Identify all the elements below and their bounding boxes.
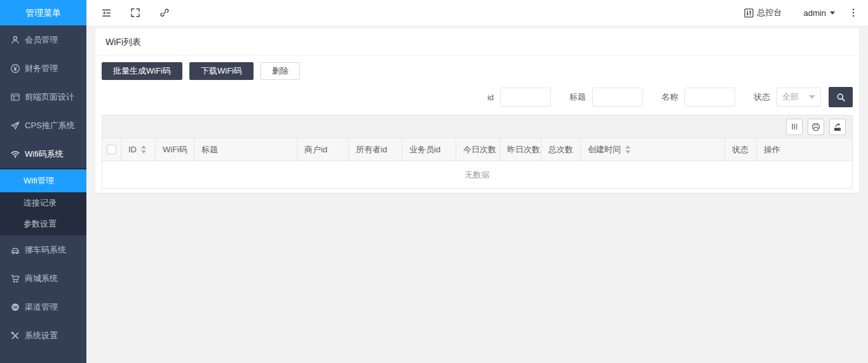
- filter-columns-button[interactable]: [786, 119, 803, 135]
- chevron-down-icon: [830, 11, 835, 15]
- wifi-submenu: Wifi管理 连接记录 参数设置: [0, 168, 86, 235]
- column-label: 操作: [764, 144, 780, 155]
- sidebar-item-cps[interactable]: CPS推广系统: [0, 111, 86, 140]
- user-dropdown[interactable]: admin: [804, 8, 835, 18]
- main-content: WiFi列表 批量生成WiFi码 下载WiFi码 删除 id 标题 名称 状态 …: [86, 25, 868, 363]
- column-label: 标题: [201, 144, 218, 155]
- filter-name-label: 名称: [661, 91, 678, 103]
- data-table: ID WiFi码 标题 商户id 所有者id: [102, 115, 853, 189]
- sidebar-menu: 会员管理 财务管理 前端页面设计 CPS推广系统: [0, 25, 86, 350]
- sidebar-title: 管理菜单: [0, 0, 86, 25]
- column-header-wifi-code: WiFi码: [156, 138, 194, 161]
- wifi-icon: [10, 149, 20, 159]
- sort-icon[interactable]: [141, 145, 146, 154]
- sidebar-item-label: 商城系统: [25, 273, 58, 284]
- sidebar-subitem-connection-log[interactable]: 连接记录: [0, 192, 86, 213]
- status-select-value: 全部: [782, 91, 799, 103]
- sidebar-item-mall[interactable]: 商城系统: [0, 264, 86, 293]
- sidebar-item-label: 前端页面设计: [25, 91, 74, 103]
- sidebar-item-member[interactable]: 会员管理: [0, 25, 86, 54]
- sidebar-subitem-parameter-settings[interactable]: 参数设置: [0, 213, 86, 234]
- status-select[interactable]: 全部: [776, 88, 821, 107]
- sidebar-item-channel[interactable]: 渠道管理: [0, 293, 86, 321]
- sidebar-subitem-label: 参数设置: [24, 218, 57, 230]
- page-title: WiFi列表: [95, 29, 859, 56]
- paper-plane-icon: [10, 121, 20, 131]
- cart-icon: [10, 274, 20, 284]
- column-label: 今日次数: [463, 144, 496, 155]
- column-header-today-count: 今日次数: [456, 138, 500, 161]
- sidebar-item-label: 挪车码系统: [25, 244, 66, 256]
- column-header-id: ID: [121, 138, 156, 161]
- filter-name-input[interactable]: [684, 88, 735, 107]
- export-icon: [833, 122, 842, 131]
- delete-button[interactable]: 删除: [261, 62, 300, 80]
- no-data-text: 无数据: [102, 161, 852, 188]
- column-label: 业务员id: [409, 144, 440, 155]
- column-label: 昨日次数: [507, 144, 540, 155]
- table-toolbar: [102, 116, 852, 138]
- column-label: 总次数: [548, 144, 573, 155]
- download-button[interactable]: 下载WiFi码: [189, 62, 254, 80]
- column-header-yesterday-count: 昨日次数: [500, 138, 541, 161]
- user-icon: [10, 35, 20, 45]
- sidebar-item-wifi-system[interactable]: Wifi码系统: [0, 140, 86, 168]
- more-menu-icon[interactable]: [849, 8, 858, 18]
- batch-generate-button[interactable]: 批量生成WiFi码: [102, 62, 182, 80]
- collapse-menu-icon[interactable]: [92, 0, 121, 25]
- search-button[interactable]: [829, 87, 853, 107]
- filter-title-label: 标题: [569, 91, 586, 103]
- sidebar-item-label: 系统设置: [25, 330, 58, 341]
- yen-icon: [10, 63, 20, 74]
- search-icon: [836, 93, 846, 102]
- sort-icon[interactable]: [625, 145, 630, 154]
- print-icon: [811, 122, 820, 131]
- filter-id-label: id: [487, 93, 494, 102]
- console-link[interactable]: 总控台: [744, 7, 782, 18]
- select-all-cell: [102, 138, 121, 161]
- sidebar-item-label: Wifi码系统: [25, 148, 64, 160]
- sidebar-item-label: 财务管理: [25, 63, 58, 74]
- topbar-left-icons: [86, 0, 179, 25]
- action-buttons: 批量生成WiFi码 下载WiFi码 删除: [102, 62, 853, 80]
- tools-icon: [10, 331, 20, 341]
- filter-id-input[interactable]: [500, 88, 551, 107]
- print-button[interactable]: [808, 119, 824, 135]
- sidebar-item-label: 会员管理: [25, 34, 58, 46]
- sidebar-item-move-car[interactable]: 挪车码系统: [0, 235, 86, 264]
- table-header-row: ID WiFi码 标题 商户id 所有者id: [102, 138, 852, 161]
- topbar-right: 总控台 admin: [744, 7, 868, 18]
- column-header-status: 状态: [725, 138, 757, 161]
- export-button[interactable]: [829, 119, 846, 135]
- column-label: 所有者id: [356, 144, 387, 155]
- sidebar-item-label: 渠道管理: [25, 301, 58, 313]
- car-icon: [10, 245, 20, 255]
- columns-icon: [790, 122, 799, 131]
- sidebar-item-label: CPS推广系统: [25, 120, 75, 131]
- filter-bar: id 标题 名称 状态 全部: [102, 87, 853, 107]
- console-label: 总控台: [757, 7, 782, 18]
- column-header-action: 操作: [757, 138, 852, 161]
- sidebar-item-system-settings[interactable]: 系统设置: [0, 321, 86, 350]
- link-icon[interactable]: [150, 0, 179, 25]
- column-label: WiFi码: [163, 144, 187, 155]
- column-header-salesman-id: 业务员id: [402, 138, 456, 161]
- sidebar: 管理菜单 会员管理 财务管理 前端页面设计: [0, 0, 86, 363]
- sidebar-item-frontend-design[interactable]: 前端页面设计: [0, 82, 86, 111]
- select-caret-icon: [809, 95, 815, 99]
- sidebar-item-finance[interactable]: 财务管理: [0, 54, 86, 82]
- user-name: admin: [804, 8, 826, 18]
- sidebar-subitem-wifi-manage[interactable]: Wifi管理: [0, 169, 86, 192]
- column-label: ID: [128, 145, 137, 154]
- column-header-merchant-id: 商户id: [297, 138, 349, 161]
- card-body: 批量生成WiFi码 下载WiFi码 删除 id 标题 名称 状态 全部: [95, 56, 859, 193]
- column-label: 状态: [732, 144, 749, 155]
- sidebar-subitem-label: 连接记录: [24, 197, 57, 209]
- filter-title-input[interactable]: [592, 88, 643, 107]
- console-icon: [744, 8, 754, 18]
- fullscreen-icon[interactable]: [121, 0, 150, 25]
- column-header-create-time: 创建时间: [581, 138, 725, 161]
- column-header-title: 标题: [194, 138, 297, 161]
- column-header-total-count: 总次数: [541, 138, 581, 161]
- select-all-checkbox[interactable]: [107, 145, 116, 154]
